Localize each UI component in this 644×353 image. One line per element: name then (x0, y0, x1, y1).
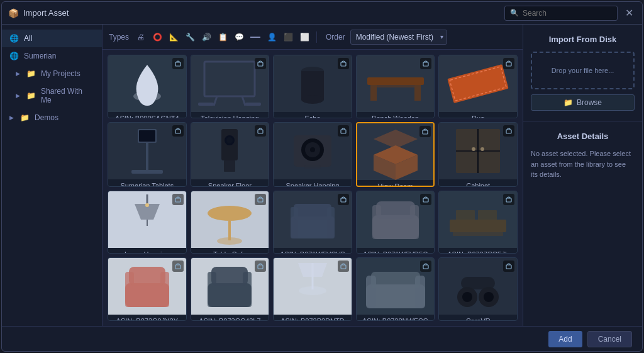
svg-rect-17 (448, 64, 509, 103)
demos-chevron: ▶ (9, 115, 14, 121)
type-shape-btn[interactable]: ⭕ (150, 30, 164, 44)
svg-rect-2 (204, 62, 255, 96)
asset-card[interactable]: Cabinet (438, 122, 518, 187)
asset-card[interactable]: ASIN: B073P2DNTD (273, 257, 352, 321)
order-label: Order (326, 33, 345, 42)
svg-rect-11 (341, 62, 346, 66)
dialog-icon: 📦 (8, 8, 18, 18)
asset-card[interactable]: View Room (356, 122, 435, 187)
svg-rect-1 (175, 62, 180, 66)
type-script-btn[interactable]: 🔧 (183, 30, 197, 44)
svg-rect-5 (198, 103, 214, 106)
my-projects-chevron: ▶ (16, 70, 20, 77)
type-plane-btn[interactable]: ⬜ (297, 30, 311, 44)
asset-card[interactable]: Speaker Floor (191, 122, 270, 187)
main-content: 🌐 All 🌐 Sumerian ▶ 📁 My Projects ▶ 📁 Sha… (2, 25, 642, 326)
sidebar-item-my-projects[interactable]: ▶ 📁 My Projects (2, 65, 102, 82)
sidebar-item-my-projects-label: My Projects (41, 69, 80, 78)
svg-point-52 (208, 206, 252, 221)
asset-name: Speaker Floor (191, 179, 269, 187)
svg-point-83 (299, 286, 326, 295)
asset-card[interactable]: ASIN: B072ZRPFJL (438, 191, 518, 254)
svg-marker-39 (374, 130, 418, 148)
svg-rect-69 (478, 210, 497, 220)
asset-card[interactable]: Rug (438, 55, 518, 118)
asset-card[interactable]: Lamp Hanging (108, 191, 187, 254)
type-text-btn[interactable]: 📋 (216, 30, 230, 44)
svg-rect-55 (258, 198, 263, 202)
search-input[interactable] (523, 9, 612, 18)
svg-rect-84 (341, 265, 346, 269)
import-from-disk-section: Import From Disk Drop your file here... … (523, 25, 642, 121)
asset-type-badge (172, 194, 184, 205)
svg-rect-40 (423, 130, 428, 134)
svg-rect-23 (131, 170, 163, 174)
svg-rect-15 (377, 85, 414, 87)
asset-type-badge (503, 261, 514, 272)
cancel-button[interactable]: Cancel (587, 331, 632, 347)
asset-name: ASIN: B071W5VCVB (274, 248, 352, 254)
svg-rect-12 (367, 77, 424, 85)
search-box[interactable]: 🔍 (504, 6, 618, 21)
asset-name: Television Hanging (191, 112, 269, 118)
sidebar-item-all[interactable]: 🌐 All (2, 30, 102, 47)
order-select[interactable]: Modified (Newest First) Modified (Oldest… (350, 30, 447, 45)
order-select-wrap[interactable]: Modified (Newest First) Modified (Oldest… (348, 30, 447, 45)
asset-type-badge (255, 58, 266, 69)
asset-card[interactable]: ASIN: B000SAGNT4 (108, 55, 187, 118)
svg-rect-65 (423, 198, 428, 202)
type-divider-btn[interactable]: — (248, 30, 262, 44)
svg-point-27 (226, 137, 233, 143)
sidebar-item-shared-with-me[interactable]: ▶ 📁 Shared With Me (2, 82, 102, 109)
type-audio-btn[interactable]: 🔊 (199, 30, 213, 44)
type-print-btn[interactable]: 🖨 (134, 30, 148, 44)
asset-type-badge (503, 125, 514, 137)
asset-card[interactable]: ASIN: B073GC43L7 (191, 257, 270, 321)
asset-card[interactable]: Sumerian Tablets (108, 122, 187, 187)
asset-card[interactable]: Echo (273, 55, 352, 118)
asset-details-section: Asset Details No asset selected. Please … (523, 121, 642, 326)
asset-card[interactable]: Television Hanging (191, 55, 270, 118)
svg-rect-75 (175, 265, 180, 269)
svg-point-93 (484, 292, 494, 302)
svg-rect-46 (506, 130, 511, 133)
svg-rect-60 (341, 198, 346, 202)
asset-type-badge (420, 194, 431, 205)
asset-type-badge (338, 194, 349, 205)
asset-type-badge (338, 125, 349, 137)
svg-rect-22 (139, 130, 155, 142)
asset-card[interactable]: Bench Wooden (356, 55, 435, 118)
svg-point-49 (145, 203, 149, 207)
add-button[interactable]: Add (548, 331, 582, 347)
svg-point-44 (472, 147, 475, 151)
asset-type-badge (420, 58, 431, 69)
type-user-btn[interactable]: 👤 (265, 30, 279, 44)
asset-type-badge (420, 261, 431, 272)
sidebar-item-demos[interactable]: ▶ 📁 Demos (2, 109, 102, 126)
asset-card[interactable]: CoreVR (438, 257, 518, 321)
svg-point-92 (462, 292, 472, 302)
shared-icon: 📁 (26, 91, 36, 100)
browse-button[interactable]: 📁 Browse (531, 94, 635, 111)
type-box-btn[interactable]: ⬛ (281, 30, 295, 44)
asset-card[interactable]: ASIN: B0728NWFCG (356, 257, 435, 321)
close-button[interactable]: ✕ (623, 7, 636, 20)
svg-marker-82 (298, 263, 327, 277)
asset-type-badge (172, 125, 184, 137)
sidebar-item-demos-label: Demos (35, 113, 58, 122)
asset-card[interactable]: ASIN: B073G9JY2Y (108, 257, 187, 321)
asset-name: Bench Wooden (357, 112, 435, 118)
asset-card[interactable]: Table Cafe (191, 191, 270, 254)
asset-type-badge (503, 58, 514, 69)
asset-name: Echo (274, 112, 352, 118)
asset-card[interactable]: ASIN: B071W5VCVB (273, 191, 352, 254)
sidebar-item-sumerian[interactable]: 🌐 Sumerian (2, 47, 102, 65)
browse-label: Browse (577, 98, 602, 107)
drop-zone[interactable]: Drop your file here... (531, 52, 635, 89)
asset-name: ASIN: B073G9JY2Y (108, 315, 186, 321)
type-mesh-btn[interactable]: 📐 (167, 30, 180, 44)
svg-rect-24 (175, 130, 180, 133)
asset-card[interactable]: ASIN: B071W5VD5C (356, 191, 435, 254)
type-dialog-btn[interactable]: 💬 (232, 30, 246, 44)
asset-card[interactable]: Speaker Hanging (273, 122, 352, 187)
